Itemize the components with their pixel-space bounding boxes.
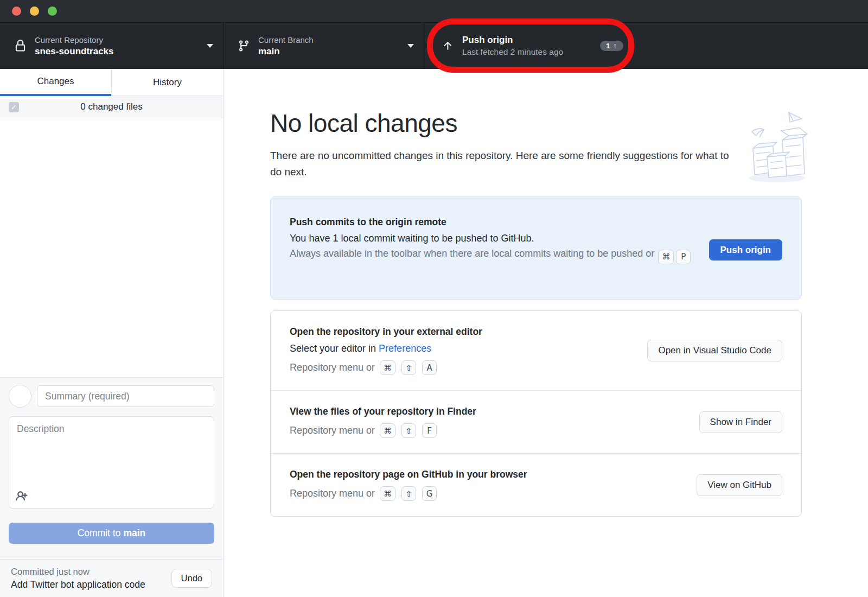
- suggestion-title: View the files of your repository in Fin…: [290, 406, 476, 417]
- commit-avatar: [9, 385, 31, 408]
- changed-files-row: ✓ 0 changed files: [0, 96, 223, 118]
- page-subtitle: There are no uncommitted changes in this…: [270, 148, 731, 180]
- current-branch-name: main: [258, 46, 403, 58]
- chevron-down-icon: [207, 44, 213, 48]
- g-keycap: G: [422, 486, 437, 501]
- current-repository-name: snes-soundtracks: [35, 46, 202, 58]
- add-coauthor-icon[interactable]: [16, 490, 29, 503]
- commit-message-text: Add Twitter bot application code: [11, 578, 171, 592]
- changed-files-count: 0 changed files: [0, 101, 223, 112]
- commit-form: Commit to main: [0, 377, 223, 559]
- suggestion-title: Open the repository page on GitHub in yo…: [290, 469, 527, 480]
- cmd-keycap: ⌘: [658, 250, 674, 264]
- chevron-down-icon: [407, 44, 414, 48]
- shift-keycap: ⇧: [401, 360, 416, 375]
- suggestion-title: Open the repository in your external edi…: [290, 326, 482, 338]
- preferences-link[interactable]: Preferences: [379, 343, 431, 354]
- commit-description-input[interactable]: [9, 417, 214, 486]
- last-commit-bar: Committed just now Add Twitter bot appli…: [0, 559, 223, 597]
- show-in-finder-button[interactable]: Show in Finder: [699, 411, 782, 433]
- current-branch-dropdown[interactable]: Current Branch main: [224, 23, 424, 69]
- cmd-keycap: ⌘: [380, 486, 395, 501]
- suggestion-hint: Repository menu or ⌘⇧G: [290, 486, 527, 501]
- current-branch-label: Current Branch: [258, 35, 403, 46]
- suggestion-line: Select your editor in Preferences: [290, 343, 482, 354]
- arrow-up-icon: [441, 40, 455, 52]
- a-keycap: A: [422, 360, 437, 375]
- tab-history[interactable]: History: [111, 69, 223, 96]
- close-window-button[interactable]: [12, 7, 21, 16]
- commit-to-main-button[interactable]: Commit to main: [9, 523, 214, 544]
- sidebar: Changes History ✓ 0 changed files Commit…: [0, 69, 224, 597]
- push-origin-toolbar-button[interactable]: Push origin Last fetched 2 minutes ago 1…: [424, 23, 633, 69]
- push-commits-callout: Push commits to the origin remote You ha…: [270, 196, 802, 300]
- sidebar-tabs: Changes History: [0, 69, 223, 96]
- cmd-keycap: ⌘: [380, 423, 395, 438]
- p-keycap: P: [676, 250, 691, 264]
- blankslate-illustration: [743, 106, 811, 189]
- undo-button[interactable]: Undo: [171, 569, 212, 588]
- f-keycap: F: [422, 423, 437, 438]
- suggestion-hint: Repository menu or ⌘⇧F: [290, 423, 476, 438]
- git-branch-icon: [237, 40, 251, 52]
- callout-body: You have 1 local commit waiting to be pu…: [290, 233, 782, 244]
- commit-summary-input[interactable]: [37, 385, 214, 407]
- lock-icon: [13, 40, 27, 52]
- view-on-github-button[interactable]: View on GitHub: [697, 474, 782, 496]
- commit-status-text: Committed just now: [11, 565, 171, 578]
- open-in-editor-button[interactable]: Open in Visual Studio Code: [647, 340, 782, 361]
- push-origin-title: Push origin: [462, 34, 592, 46]
- push-origin-button[interactable]: Push origin: [709, 239, 783, 261]
- cmd-keycap: ⌘: [380, 360, 395, 375]
- shift-keycap: ⇧: [401, 423, 416, 438]
- minimize-window-button[interactable]: [30, 7, 39, 16]
- zoom-window-button[interactable]: [48, 7, 57, 16]
- suggestion-hint: Repository menu or ⌘⇧A: [290, 360, 482, 375]
- suggestion-row-external-editor: Open the repository in your external edi…: [271, 311, 801, 390]
- commit-description-box: [9, 416, 214, 509]
- traffic-lights: [12, 7, 57, 16]
- ahead-commits-badge: 1 ↑: [600, 41, 623, 51]
- suggestions-box: Open the repository in your external edi…: [270, 310, 802, 517]
- tab-changes[interactable]: Changes: [0, 69, 111, 96]
- suggestion-row-finder: View the files of your repository in Fin…: [271, 390, 801, 453]
- push-origin-subtitle: Last fetched 2 minutes ago: [462, 46, 592, 58]
- current-repository-dropdown[interactable]: Current Repository snes-soundtracks: [0, 23, 224, 69]
- shift-keycap: ⇧: [401, 486, 416, 501]
- main-content: No local changes There are no uncommitte…: [224, 69, 868, 597]
- app-toolbar: Current Repository snes-soundtracks Curr…: [0, 23, 868, 69]
- current-repository-label: Current Repository: [35, 35, 202, 46]
- suggestion-row-github: Open the repository page on GitHub in yo…: [271, 453, 801, 516]
- callout-hint: Always available in the toolbar when the…: [290, 248, 692, 259]
- callout-title: Push commits to the origin remote: [290, 217, 782, 228]
- window-titlebar: [0, 0, 868, 23]
